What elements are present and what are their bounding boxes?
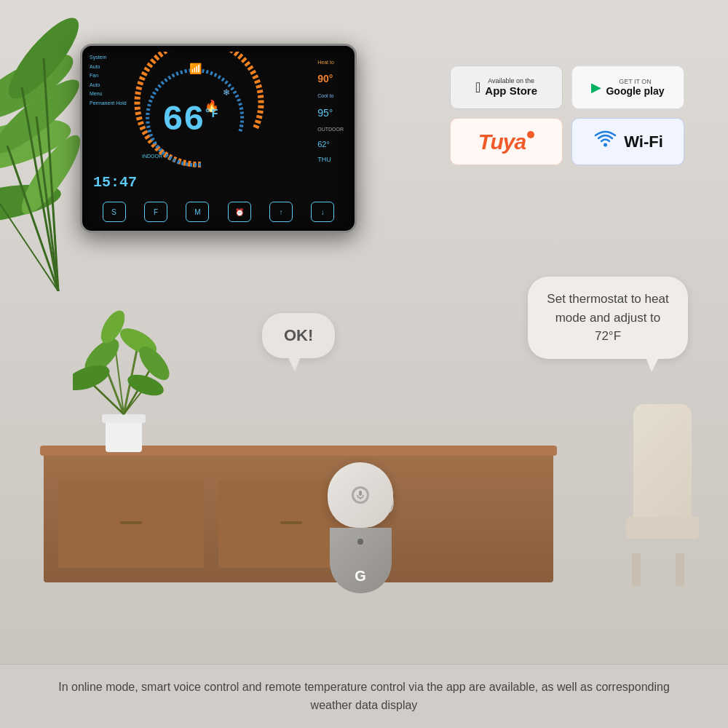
brand-badges-row: Tuya Wi-Fi [450, 118, 684, 165]
caption-text: In online mode, smart voice control and … [58, 681, 670, 712]
google-home-body: G [330, 528, 392, 593]
wifi-text: Wi-Fi [624, 132, 663, 151]
command-text: Set thermostat to heat mode and adjust t… [547, 292, 668, 343]
menu-label: Menu [90, 90, 127, 99]
btn-f[interactable]: F [144, 202, 167, 222]
google-play-main-text: Google play [606, 85, 664, 98]
app-store-top-text: Available on the [485, 77, 537, 84]
auto-label: Auto [90, 63, 127, 72]
svg-point-15 [604, 143, 607, 147]
plant-svg [73, 299, 175, 459]
time-display: 15:47 [93, 174, 137, 191]
btn-down[interactable]: ↓ [311, 202, 334, 222]
svg-rect-17 [102, 414, 146, 423]
wifi-icon [593, 129, 618, 154]
apple-icon:  [475, 79, 480, 96]
speech-bubble-command: Set thermostat to heat mode and adjust t… [528, 277, 688, 359]
chair-leg-left [632, 553, 641, 586]
thermostat-device: System Auto Fan Auto Menu Permanent Hold… [80, 44, 357, 233]
store-badges-row:  Available on the App Store ▶ GET IT ON… [450, 66, 684, 109]
right-temps: Heat to 90° Cool to 95° OUTDOOR 62° THU [317, 57, 344, 167]
system-label: System [90, 53, 127, 63]
chair [604, 404, 706, 586]
outdoor-label: OUTDOOR [317, 124, 344, 135]
indoor-label: INDOOR [142, 154, 162, 159]
btn-s[interactable]: S [103, 202, 126, 222]
svg-rect-16 [106, 419, 142, 452]
btn-clock[interactable]: ⏰ [228, 202, 251, 222]
tuya-dot [527, 131, 534, 138]
ok-text: OK! [284, 326, 313, 344]
cool-to-label: Cool to [317, 90, 344, 101]
google-play-top-text: GET IT ON [606, 78, 664, 85]
svg-text:📶: 📶 [189, 63, 202, 75]
tuya-text: Tuya [478, 130, 526, 154]
speech-bubble-ok: OK! [262, 313, 335, 358]
thermostat-buttons: S F M ⏰ ↑ ↓ [93, 202, 344, 222]
svg-text:❄: ❄ [223, 87, 230, 98]
heat-temp: 90° [317, 68, 344, 90]
bottom-caption-bar: In online mode, smart voice control and … [0, 664, 728, 728]
google-home-head [328, 462, 393, 528]
chair-seat [626, 517, 699, 539]
google-home-mic [352, 486, 369, 504]
drawer-handle-right [280, 521, 302, 524]
heat-to-label: Heat to [317, 57, 344, 68]
google-home-device: G [320, 462, 400, 586]
google-home-indicator [357, 539, 363, 545]
fan-label: Fan [90, 71, 127, 81]
cool-temp: 95° [317, 102, 344, 124]
btn-m[interactable]: M [186, 202, 209, 222]
thermostat-menu: System Auto Fan Auto Menu Permanent Hold [90, 53, 127, 108]
drawer-left [58, 480, 204, 568]
wifi-badge: Wi-Fi [571, 118, 684, 165]
plant-decoration [73, 299, 175, 462]
google-play-badge[interactable]: ▶ GET IT ON Google play [571, 66, 684, 109]
google-g-logo: G [355, 568, 366, 585]
right-panel:  Available on the App Store ▶ GET IT ON… [450, 66, 684, 165]
auto2-label: Auto [90, 81, 127, 90]
hold-label: Permanent Hold [90, 99, 127, 108]
day-display: THU [317, 153, 344, 167]
google-play-icon: ▶ [591, 79, 601, 95]
svg-rect-30 [359, 491, 362, 496]
btn-up[interactable]: ↑ [269, 202, 293, 222]
chair-leg-right [676, 553, 684, 586]
furniture-drawer [44, 451, 553, 582]
app-store-main-text: App Store [485, 84, 537, 98]
tuya-badge: Tuya [450, 118, 563, 165]
app-store-badge[interactable]:  Available on the App Store [450, 66, 563, 109]
drawer-handle-left [120, 521, 142, 524]
main-temperature: 66°F [162, 100, 218, 140]
outdoor-temp: 62° [317, 135, 344, 153]
chair-back [633, 404, 692, 535]
